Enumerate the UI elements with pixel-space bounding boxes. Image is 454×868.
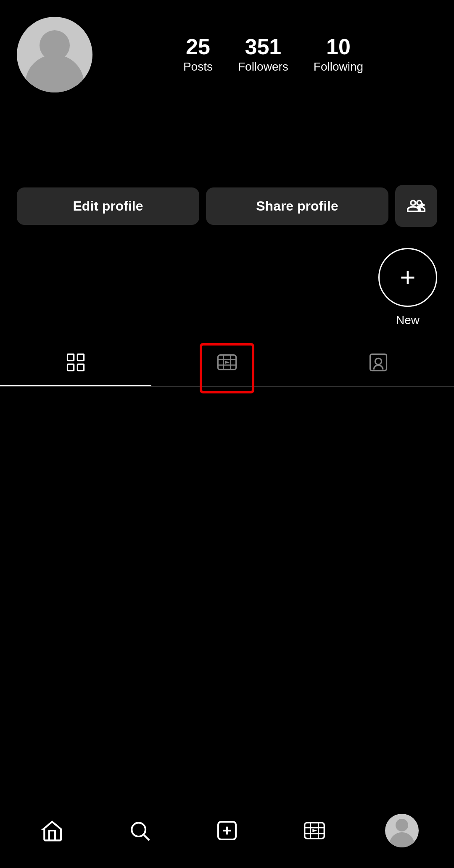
tab-tagged[interactable]: [303, 340, 454, 386]
posts-stat[interactable]: 25 Posts: [183, 36, 213, 74]
tabs-container: [0, 340, 454, 387]
tab-grid[interactable]: [0, 340, 151, 386]
tab-reels-wrapper: [151, 340, 303, 386]
avatar[interactable]: [17, 17, 92, 92]
search-icon: [128, 819, 151, 842]
reels-icon: [216, 351, 238, 375]
action-buttons: Edit profile Share profile: [0, 177, 454, 235]
home-icon: [40, 819, 64, 842]
create-icon: [215, 819, 239, 842]
nav-profile-button[interactable]: [381, 810, 423, 852]
edit-profile-button[interactable]: Edit profile: [17, 187, 199, 225]
profile-stats: 25 Posts 351 Followers 10 Following: [109, 36, 437, 74]
highlights-area: + New: [0, 235, 454, 335]
svg-rect-5: [77, 364, 84, 370]
svg-rect-2: [68, 354, 74, 361]
nav-create-button[interactable]: [206, 810, 248, 852]
svg-point-9: [375, 358, 381, 364]
share-profile-button[interactable]: Share profile: [206, 187, 388, 225]
nav-search-button[interactable]: [119, 810, 161, 852]
svg-line-11: [144, 835, 150, 840]
nav-reels-button[interactable]: [293, 810, 335, 852]
bio-area: [0, 101, 454, 177]
add-friend-button[interactable]: [395, 185, 437, 227]
content-area: [0, 387, 454, 723]
svg-point-10: [132, 823, 145, 836]
bottom-nav: [0, 801, 454, 868]
nav-avatar: [385, 814, 419, 847]
svg-rect-4: [68, 364, 74, 370]
svg-rect-3: [77, 354, 84, 361]
new-story-button[interactable]: + New: [378, 248, 437, 327]
grid-icon: [65, 351, 87, 375]
nav-home-button[interactable]: [31, 810, 73, 852]
svg-marker-7: [225, 361, 230, 364]
tagged-icon: [367, 351, 389, 375]
nav-reels-icon: [303, 819, 326, 842]
svg-marker-16: [312, 829, 317, 832]
tab-reels[interactable]: [151, 340, 303, 386]
new-story-circle: +: [378, 248, 437, 307]
followers-stat[interactable]: 351 Followers: [238, 36, 288, 74]
svg-rect-8: [370, 354, 387, 371]
following-stat[interactable]: 10 Following: [314, 36, 363, 74]
profile-header: 25 Posts 351 Followers 10 Following: [0, 0, 454, 101]
